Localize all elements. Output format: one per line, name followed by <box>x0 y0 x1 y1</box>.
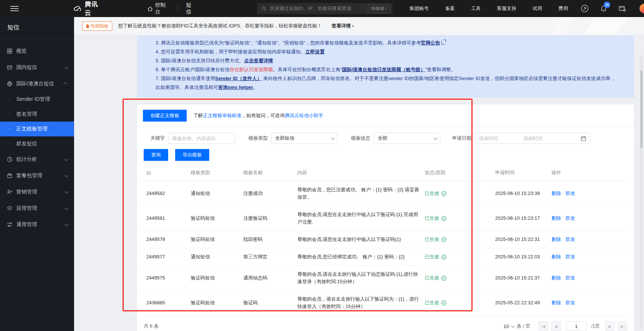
table-row: 2449577通知短信第三方绑定尊敬的会员,您已经绑定成功。 账户：{1} 密码… <box>144 248 627 266</box>
delete-link[interactable]: 删除 <box>551 275 561 281</box>
template-name-cell: 注册成功 <box>241 181 295 206</box>
avatar[interactable] <box>640 4 644 13</box>
last-page-button[interactable]: ▶| <box>618 321 627 331</box>
date-end-input[interactable] <box>523 136 568 141</box>
notice-item: 6. 单个腾讯云账户国际/港澳台短信存在默认日发送限额。具体可在控制台概览页右上… <box>156 65 619 74</box>
topnav-item[interactable]: 集团账号 <box>410 5 429 12</box>
sidebar-item[interactable]: 套餐包管理 <box>0 168 74 184</box>
template-content-cell: 尊敬的会员,请您在走走旅行中输入以下验证码{1} <box>295 231 422 248</box>
topnav-item[interactable]: 客服支持 <box>497 5 516 12</box>
notice-link[interactable]: 咨询sms helper <box>218 85 253 90</box>
sidebar-item[interactable]: ·Sender ID管理 <box>0 92 74 107</box>
vertical-scrollbar[interactable] <box>640 55 643 330</box>
total-pages: /1页 <box>591 323 600 330</box>
chevron-down-icon <box>331 136 335 140</box>
delete-link[interactable]: 删除 <box>551 215 561 221</box>
mass-send-link[interactable]: 群发 <box>565 236 575 242</box>
status-cell: 已生效 <box>422 181 493 206</box>
sidebar-item[interactable]: ·正文模板管理 <box>0 122 74 136</box>
tip-link[interactable]: 正文模板审核标准 <box>203 113 241 118</box>
console-manage-icon <box>618 5 626 12</box>
home-icon <box>147 6 153 11</box>
notice-link[interactable]: 立即设置 <box>305 49 324 54</box>
apply-time-cell: 2025-06-10 15:23:39 <box>493 181 549 206</box>
query-button[interactable]: 查询 <box>144 149 168 161</box>
tencent-cloud-logo[interactable]: 腾讯云 <box>73 0 103 17</box>
first-page-button[interactable]: |◀ <box>538 321 548 331</box>
mass-send-link[interactable]: 群发 <box>565 215 575 221</box>
date-start-input[interactable] <box>479 136 523 141</box>
voice-assistant-button[interactable] <box>581 4 589 13</box>
scrollbar-thumb[interactable] <box>640 70 643 148</box>
status-cell: 已生效 <box>422 206 493 231</box>
topnav-item[interactable]: 备案 <box>445 5 455 12</box>
sidebar-item-label: Sender ID管理 <box>16 96 67 103</box>
sidebar-item[interactable]: 应用管理 <box>0 200 74 216</box>
next-page-button[interactable]: ▶ <box>605 321 615 331</box>
notice-warning-text: 存在默认日发送限额 <box>230 67 273 72</box>
cloud-logo-icon <box>73 5 82 12</box>
promo-detail-link[interactable]: 查看详情 › <box>331 23 354 29</box>
template-type-cell: 验证码短信 <box>188 206 241 231</box>
delete-link[interactable]: 删除 <box>551 236 561 242</box>
check-circle-icon <box>441 191 447 196</box>
prev-page-button[interactable]: ◀ <box>551 321 561 331</box>
template-type-value: 全部短信 <box>275 135 331 142</box>
global-search[interactable]: 支持通过实例ID、IP、名称等搜索资源 快捷键 / <box>257 3 393 14</box>
date-range-picker[interactable] <box>475 133 590 144</box>
tip-link[interactable]: 腾讯云短信小助手 <box>285 113 323 118</box>
delete-link[interactable]: 删除 <box>551 191 561 196</box>
template-content-cell: 尊敬的会员，请在走走旅行输入以下验证码为：{1}，进行快速登入（有效时间：15分… <box>295 291 422 315</box>
mass-send-link[interactable]: 群发 <box>565 191 575 196</box>
create-template-button[interactable]: 创建正文模板 <box>143 110 187 122</box>
topnav-item[interactable]: 费用 <box>558 5 568 12</box>
notice-link[interactable]: 国际/港澳台短信日发送限额（账号级） <box>342 67 425 72</box>
template-id-cell: 2449575 <box>144 266 188 291</box>
topnav-item[interactable]: 试用 <box>533 5 542 12</box>
product-nav-link[interactable]: 短信 <box>186 2 196 15</box>
calendar-icon <box>581 136 586 141</box>
marketing-icon <box>7 189 13 195</box>
template-content-cell: 尊敬的会员,您已经绑定成功。 账户：{1} 密码：{2} <box>295 248 422 266</box>
mass-send-link[interactable]: 群发 <box>565 275 575 281</box>
keyword-input[interactable] <box>168 133 235 144</box>
template-status-select[interactable]: 全部 <box>374 133 440 144</box>
console-manage-button[interactable] <box>618 5 626 12</box>
delete-link[interactable]: 删除 <box>551 254 561 259</box>
console-nav-link[interactable]: 控制台 <box>147 2 170 15</box>
sidebar-item-label: 通用管理 <box>16 221 64 228</box>
mail-icon <box>7 64 13 70</box>
template-status-value: 全部 <box>378 135 434 142</box>
review-standard-tip: 了解正文模板审核标准，如有疑问，可咨询腾讯云短信小助手 <box>193 112 323 119</box>
sidebar-item[interactable]: 国内短信 <box>0 59 74 76</box>
sidebar-item[interactable]: ·群发短信 <box>0 136 74 151</box>
notice-link[interactable]: 点击查看详情 <box>244 58 273 63</box>
menu-toggle-button[interactable] <box>10 4 31 13</box>
template-content-cell: 尊敬的会员,请在走走旅行输入以下动态验证码:{1},进行快速登录（有效时间:15… <box>295 266 422 291</box>
sidebar-item[interactable]: ·签名管理 <box>0 107 74 122</box>
delete-link[interactable]: 删除 <box>551 300 561 305</box>
status-text: 已生效 <box>425 215 439 222</box>
page-number-input[interactable] <box>566 321 587 331</box>
page-size-select[interactable]: 10 <box>504 324 514 329</box>
export-button[interactable]: 导出模板 <box>175 149 209 161</box>
check-circle-icon <box>441 300 447 306</box>
notice-link[interactable]: 官网公告 <box>421 40 440 46</box>
apps-icon <box>7 205 13 211</box>
sidebar: 短信 概览国内短信国际/港澳台短信·Sender ID管理·签名管理·正文模板管… <box>0 17 74 331</box>
apply-time-cell: 2025-06-10 15:22:31 <box>493 231 549 248</box>
notifications-button[interactable]: 36 <box>600 5 607 13</box>
sidebar-item-label: 概览 <box>16 48 67 54</box>
sidebar-item[interactable]: 营销管理 <box>0 184 74 200</box>
sidebar-item[interactable]: 概览 <box>0 43 74 59</box>
sidebar-item-label: 群发短信 <box>16 140 67 147</box>
sidebar-item[interactable]: 国际/港澳台短信 <box>0 76 74 92</box>
template-type-select[interactable]: 全部短信 <box>271 133 338 144</box>
notice-link[interactable]: Sender ID（发件人） <box>215 76 262 81</box>
column-header: 内容 <box>295 165 422 181</box>
sidebar-item[interactable]: 通用管理 <box>0 216 74 233</box>
topnav-item[interactable]: 工具 <box>471 5 481 12</box>
mass-send-link[interactable]: 群发 <box>565 254 575 259</box>
mass-send-link[interactable]: 群发 <box>565 300 575 305</box>
sidebar-item[interactable]: 统计分析 <box>0 151 74 168</box>
